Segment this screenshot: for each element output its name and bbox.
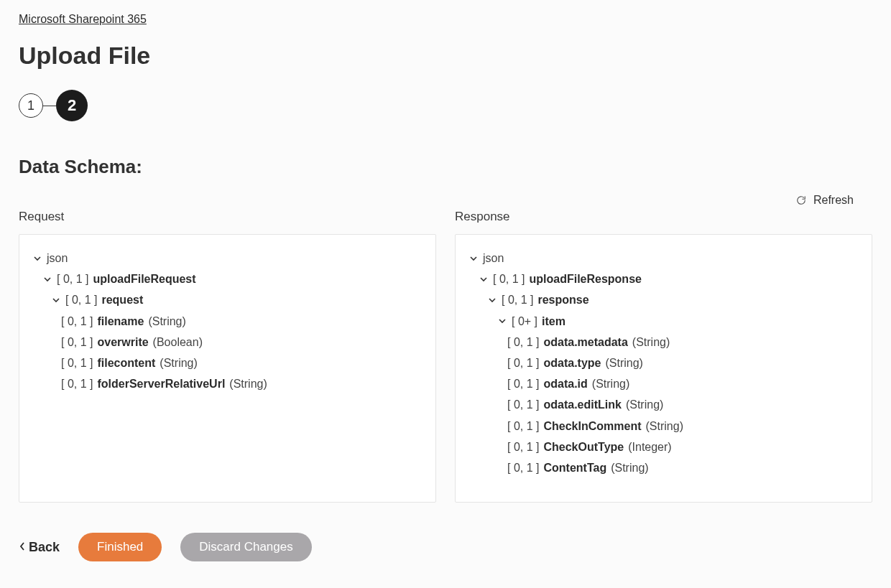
field-name: request	[101, 293, 143, 307]
field-type: (Boolean)	[153, 335, 203, 349]
tree-row: [ 0, 1 ] odata.id (String)	[468, 373, 859, 394]
response-heading: Response	[455, 210, 872, 224]
field-type: (String)	[160, 356, 197, 370]
tree-row: [ 0, 1 ] ContentTag (String)	[468, 457, 859, 478]
cardinality-label: [ 0, 1 ]	[61, 377, 93, 391]
field-name: CheckOutType	[543, 440, 624, 454]
field-type: (Integer)	[628, 440, 671, 454]
cardinality-label: [ 0, 1 ]	[493, 272, 525, 286]
tree-row[interactable]: [ 0, 1 ] response	[468, 289, 859, 310]
refresh-button[interactable]: Refresh	[796, 194, 854, 207]
field-name: odata.type	[543, 356, 601, 370]
field-name: odata.editLink	[543, 398, 621, 411]
tree-row: [ 0, 1 ] filecontent (String)	[32, 353, 423, 373]
chevron-down-icon	[51, 295, 61, 305]
cardinality-label: [ 0, 1 ]	[507, 377, 539, 391]
field-type: (String)	[611, 461, 648, 475]
field-name: uploadFileResponse	[529, 272, 641, 286]
field-name: filename	[97, 314, 144, 328]
field-type: (String)	[605, 356, 642, 370]
cardinality-label: [ 0, 1 ]	[507, 335, 539, 349]
field-name: odata.metadata	[543, 335, 627, 349]
breadcrumb-link[interactable]: Microsoft Sharepoint 365	[19, 13, 147, 25]
tree-row: [ 0, 1 ] folderServerRelativeUrl (String…	[32, 373, 423, 394]
cardinality-label: [ 0, 1 ]	[65, 293, 97, 307]
tree-row: [ 0, 1 ] CheckOutType (Integer)	[468, 437, 859, 457]
field-name: response	[537, 293, 588, 307]
step-1[interactable]: 1	[19, 93, 43, 118]
field-name: folderServerRelativeUrl	[97, 377, 225, 391]
chevron-down-icon	[32, 253, 42, 263]
tree-row: [ 0, 1 ] odata.metadata (String)	[468, 332, 859, 353]
tree-row: [ 0, 1 ] overwrite (Boolean)	[32, 332, 423, 353]
field-type: (String)	[626, 398, 663, 411]
response-schema-box: json [ 0, 1 ] uploadFileResponse[ 0, 1 ]…	[455, 234, 872, 503]
tree-root[interactable]: json	[32, 248, 423, 269]
tree-root-label: json	[47, 251, 68, 265]
cardinality-label: [ 0+ ]	[512, 314, 537, 328]
tree-row[interactable]: [ 0, 1 ] uploadFileResponse	[468, 269, 859, 289]
field-type: (String)	[632, 335, 670, 349]
chevron-down-icon	[42, 274, 52, 284]
finished-button[interactable]: Finished	[78, 533, 162, 561]
field-name: overwrite	[97, 335, 148, 349]
stepper: 1 2	[19, 90, 872, 121]
request-heading: Request	[19, 210, 436, 224]
tree-row[interactable]: [ 0, 1 ] uploadFileRequest	[32, 269, 423, 289]
cardinality-label: [ 0, 1 ]	[61, 335, 93, 349]
section-title: Data Schema:	[19, 156, 872, 178]
chevron-down-icon	[479, 274, 489, 284]
field-name: item	[542, 314, 565, 328]
field-type: (String)	[229, 377, 267, 391]
field-name: CheckInComment	[543, 419, 641, 433]
tree-root[interactable]: json	[468, 248, 859, 269]
refresh-icon	[796, 195, 806, 205]
refresh-label: Refresh	[813, 194, 854, 207]
field-type: (String)	[148, 314, 185, 328]
field-name: filecontent	[97, 356, 155, 370]
cardinality-label: [ 0, 1 ]	[507, 440, 539, 454]
cardinality-label: [ 0, 1 ]	[507, 398, 539, 411]
field-name: odata.id	[543, 377, 587, 391]
cardinality-label: [ 0, 1 ]	[507, 356, 539, 370]
field-type: (String)	[646, 419, 683, 433]
tree-row: [ 0, 1 ] filename (String)	[32, 311, 423, 332]
chevron-left-icon	[19, 540, 26, 555]
chevron-down-icon	[487, 295, 497, 305]
cardinality-label: [ 0, 1 ]	[507, 419, 539, 433]
tree-row: [ 0, 1 ] odata.editLink (String)	[468, 394, 859, 415]
field-type: (String)	[592, 377, 629, 391]
tree-row: [ 0, 1 ] odata.type (String)	[468, 353, 859, 373]
step-2[interactable]: 2	[56, 90, 88, 121]
field-name: uploadFileRequest	[93, 272, 195, 286]
back-button[interactable]: Back	[19, 540, 60, 555]
cardinality-label: [ 0, 1 ]	[61, 356, 93, 370]
step-connector	[43, 106, 56, 106]
tree-row[interactable]: [ 0, 1 ] request	[32, 289, 423, 310]
field-name: ContentTag	[543, 461, 606, 475]
cardinality-label: [ 0, 1 ]	[61, 314, 93, 328]
cardinality-label: [ 0, 1 ]	[507, 461, 539, 475]
tree-row: [ 0, 1 ] CheckInComment (String)	[468, 416, 859, 437]
request-schema-box: json [ 0, 1 ] uploadFileRequest[ 0, 1 ] …	[19, 234, 436, 503]
back-label: Back	[29, 540, 60, 555]
page-title: Upload File	[19, 42, 872, 70]
chevron-down-icon	[468, 253, 479, 263]
cardinality-label: [ 0, 1 ]	[57, 272, 88, 286]
chevron-down-icon	[497, 316, 507, 326]
cardinality-label: [ 0, 1 ]	[502, 293, 533, 307]
discard-button[interactable]: Discard Changes	[180, 533, 311, 561]
tree-root-label: json	[483, 251, 504, 265]
tree-row[interactable]: [ 0+ ] item	[468, 311, 859, 332]
